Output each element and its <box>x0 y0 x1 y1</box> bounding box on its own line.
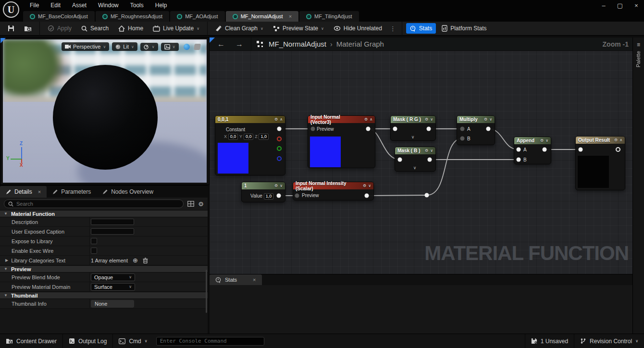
collapse-icon[interactable]: ∨ <box>368 184 371 188</box>
preview-state-button[interactable]: Preview State ∨ <box>269 23 328 34</box>
apply-button[interactable]: Apply <box>44 23 75 34</box>
close-icon[interactable]: × <box>632 2 641 9</box>
platform-stats-button[interactable]: Platform Stats <box>438 23 490 34</box>
collapse-icon[interactable]: ∧ <box>619 138 622 142</box>
pin-maskb-input[interactable] <box>398 158 402 162</box>
close-icon[interactable]: × <box>253 277 256 283</box>
browse-content-button[interactable] <box>20 23 36 34</box>
cmd-dropdown[interactable]: Cmd ∨ <box>113 334 153 348</box>
description-field[interactable] <box>91 219 134 225</box>
search-input[interactable] <box>16 201 179 207</box>
forward-arrow-icon[interactable]: → <box>233 40 246 49</box>
collapse-icon[interactable]: ∨ <box>489 117 492 122</box>
tab-nodes-overview[interactable]: Nodes Overview <box>97 186 159 198</box>
y-value-field[interactable]: 0,0 <box>244 134 254 140</box>
pin-inputnormal-output[interactable] <box>366 127 371 131</box>
maskb-expander-icon[interactable]: ∨ <box>413 165 417 170</box>
pin-append-b-input[interactable] <box>517 158 521 162</box>
menu-edit[interactable]: Edit <box>46 0 65 10</box>
pin-maskrg-input[interactable] <box>393 127 397 131</box>
stats-tab[interactable]: Stats × <box>210 274 262 285</box>
palette-list-icon[interactable]: ≡ <box>633 41 644 48</box>
wire-reroute-point[interactable] <box>425 193 429 198</box>
menu-help[interactable]: Help <box>150 0 172 10</box>
pin-multiply-a-input[interactable] <box>460 127 465 131</box>
value-field[interactable]: 1,0 <box>264 193 274 199</box>
breadcrumb-root[interactable]: MF_NormalAdjust <box>269 40 326 48</box>
node-header[interactable]: Output Result ⚙ ∧ <box>576 137 625 144</box>
pin-multiply-output[interactable] <box>486 127 491 131</box>
live-update-button[interactable]: Live Update ∨ <box>149 23 203 34</box>
tab-mf-basecoloradjust[interactable]: MF_BaseColorAdjust <box>23 11 95 22</box>
tab-mf-tilingadjust[interactable]: MF_TilingAdjust <box>299 11 359 22</box>
pin-constant001-g-output[interactable] <box>277 146 282 151</box>
maskrg-expander-icon[interactable]: ∨ <box>411 135 415 139</box>
close-icon[interactable]: × <box>38 189 41 195</box>
shape-sphere-button[interactable] <box>184 44 190 50</box>
revision-control-button[interactable]: Revision Control ∨ <box>574 334 644 348</box>
gear-icon[interactable]: ⚙ <box>540 138 544 143</box>
gear-icon[interactable]: ⚙ <box>484 117 487 122</box>
node-header[interactable]: Mask ( R G ) ⚙ ∨ <box>391 116 435 123</box>
menu-tools[interactable]: Tools <box>125 0 149 10</box>
section-material-function[interactable]: ▼ Material Function <box>0 210 208 217</box>
pin-constant001-r-output[interactable] <box>277 137 282 141</box>
collapse-icon[interactable]: ∨ <box>280 184 283 188</box>
perspective-dropdown[interactable]: Perspective ∨ <box>62 42 109 51</box>
node-constant-1[interactable]: 1 ⚙ ∨ Value 1,0 <box>241 182 285 202</box>
node-header[interactable]: Append ⚙ ∨ <box>514 137 551 144</box>
clean-graph-button[interactable]: Clean Graph ∨ <box>211 23 267 34</box>
gear-icon[interactable]: ⚙ <box>425 149 428 153</box>
pin-constant1-output[interactable] <box>277 194 281 198</box>
pin-inputnormal-preview-input[interactable] <box>311 127 315 131</box>
collapse-icon[interactable]: ∨ <box>545 138 548 143</box>
column-view-icon[interactable] <box>187 201 194 207</box>
viewport-render[interactable]: Z Y X Perspective ∨ Lit ∨ ∨ <box>3 39 207 183</box>
tab-mf-normaladjust[interactable]: MF_NormalAdjust × <box>226 11 298 22</box>
gear-icon[interactable]: ⚙ <box>425 117 428 122</box>
details-scrollbar[interactable] <box>206 270 207 313</box>
console-command-box[interactable] <box>156 337 264 346</box>
node-input-normal-intensity[interactable]: Input Normal Intensity (Scalar) ⚙ ∨ Prev… <box>293 182 374 200</box>
lit-dropdown[interactable]: Lit ∨ <box>112 42 137 51</box>
pin-append-output[interactable] <box>543 148 547 152</box>
palette-tab[interactable]: Palette <box>635 51 642 67</box>
z-value-field[interactable]: 1,0 <box>259 134 269 140</box>
maximize-icon[interactable]: ▢ <box>615 2 625 9</box>
add-element-icon[interactable]: ⊕ <box>133 257 138 264</box>
pin-maskrg-output[interactable] <box>427 127 431 131</box>
thumbnail-info-value[interactable]: None <box>91 300 134 308</box>
node-input-normal-vector3[interactable]: Input Normal (Vector3) ⚙ ∧ Preview <box>308 115 375 168</box>
section-preview[interactable]: ▼ Preview <box>0 265 208 273</box>
tab-mf-aoadjust[interactable]: MF_AOAdjust <box>170 11 224 22</box>
x-value-field[interactable]: 0,0 <box>228 134 238 140</box>
collapse-icon[interactable]: ∧ <box>370 117 372 122</box>
screenshot-dropdown[interactable]: ∨ <box>161 43 179 51</box>
unsaved-button[interactable]: 1 Unsaved <box>525 334 574 348</box>
minimize-icon[interactable]: – <box>599 2 608 9</box>
shape-cylinder-button[interactable] <box>194 44 201 50</box>
content-drawer-button[interactable]: Content Drawer <box>0 334 62 348</box>
stats-button[interactable]: Stats <box>406 23 436 34</box>
node-header[interactable]: 1 ⚙ ∨ <box>242 182 285 189</box>
node-header[interactable]: 0,0,1 ⚙ ∧ <box>215 116 285 123</box>
kebab-menu-icon[interactable]: ⋮ <box>388 25 398 32</box>
gear-icon[interactable]: ⚙ <box>363 184 366 188</box>
preview-blend-mode-select[interactable]: Opaque ∨ <box>91 273 135 281</box>
gear-icon[interactable]: ⚙ <box>614 138 618 142</box>
gear-icon[interactable]: ⚙ <box>364 117 368 122</box>
search-box[interactable] <box>4 199 184 208</box>
tab-parameters[interactable]: Parameters <box>47 186 97 198</box>
tab-close-icon[interactable]: × <box>289 13 292 19</box>
node-header[interactable]: Mask ( B ) ⚙ ∨ <box>395 147 435 154</box>
hide-unrelated-button[interactable]: Hide Unrelated <box>330 23 386 34</box>
gear-icon[interactable]: ⚙ <box>274 117 278 122</box>
pin-intensity-output[interactable] <box>365 194 369 198</box>
save-button[interactable] <box>4 23 18 34</box>
collapse-icon[interactable]: ∨ <box>430 149 433 153</box>
output-log-button[interactable]: Output Log <box>63 334 112 348</box>
console-command-input[interactable] <box>160 338 260 344</box>
tab-details[interactable]: Details × <box>0 186 47 198</box>
trash-icon[interactable] <box>143 258 148 263</box>
pin-constant001-output[interactable] <box>277 127 282 131</box>
